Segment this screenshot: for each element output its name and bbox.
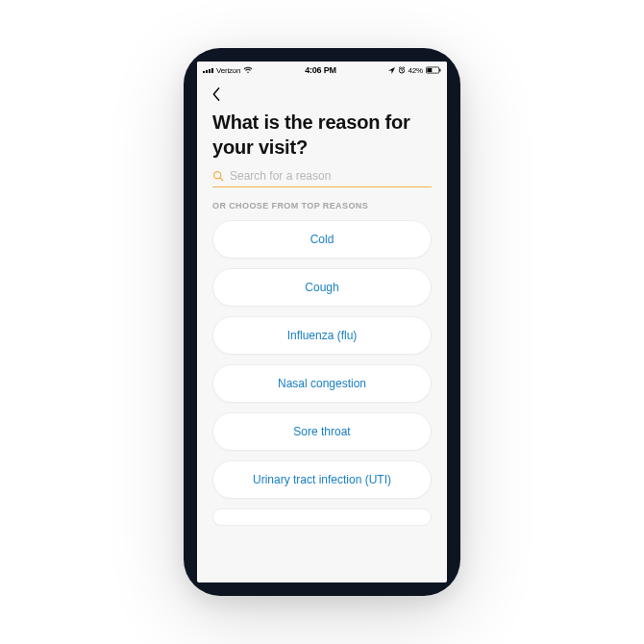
header bbox=[197, 79, 447, 107]
screen: Verizon 4:06 PM 42% bbox=[197, 62, 447, 582]
battery-icon bbox=[426, 66, 441, 74]
reason-uti[interactable]: Urinary tract infection (UTI) bbox=[212, 460, 432, 499]
search-input[interactable] bbox=[230, 169, 432, 183]
page-title: What is the reason for your visit? bbox=[197, 107, 447, 169]
location-icon bbox=[388, 67, 395, 74]
reason-cough[interactable]: Cough bbox=[212, 268, 432, 307]
reason-nasal-congestion[interactable]: Nasal congestion bbox=[212, 364, 432, 403]
status-time: 4:06 PM bbox=[305, 65, 336, 75]
reason-influenza[interactable]: Influenza (flu) bbox=[212, 316, 432, 355]
phone-frame: Verizon 4:06 PM 42% bbox=[184, 48, 460, 596]
alarm-icon bbox=[398, 66, 406, 74]
chevron-left-icon bbox=[211, 87, 222, 102]
status-left: Verizon bbox=[203, 66, 253, 75]
status-bar: Verizon 4:06 PM 42% bbox=[197, 62, 447, 79]
reason-label: Sore throat bbox=[293, 425, 350, 438]
battery-percent: 42% bbox=[409, 66, 423, 75]
reason-label: Nasal congestion bbox=[278, 377, 366, 390]
search-icon bbox=[212, 170, 224, 182]
svg-rect-2 bbox=[427, 68, 432, 72]
wifi-icon bbox=[243, 66, 253, 74]
signal-icon bbox=[203, 68, 213, 73]
reason-sore-throat[interactable]: Sore throat bbox=[212, 412, 432, 451]
reason-label: Cold bbox=[310, 233, 334, 246]
reason-cold[interactable]: Cold bbox=[212, 220, 432, 259]
section-label: OR CHOOSE FROM TOP REASONS bbox=[197, 201, 447, 220]
svg-line-5 bbox=[220, 178, 223, 181]
svg-rect-3 bbox=[439, 69, 440, 72]
reason-label: Urinary tract infection (UTI) bbox=[253, 473, 391, 486]
carrier-label: Verizon bbox=[216, 66, 240, 75]
reason-label: Influenza (flu) bbox=[287, 329, 358, 342]
back-button[interactable] bbox=[207, 85, 226, 107]
reason-item-partial[interactable] bbox=[212, 508, 432, 526]
reasons-list: Cold Cough Influenza (flu) Nasal congest… bbox=[197, 220, 447, 526]
status-right: 42% bbox=[388, 66, 441, 75]
phone-bezel: Verizon 4:06 PM 42% bbox=[193, 58, 451, 586]
search-row[interactable] bbox=[212, 169, 432, 187]
reason-label: Cough bbox=[305, 281, 338, 294]
